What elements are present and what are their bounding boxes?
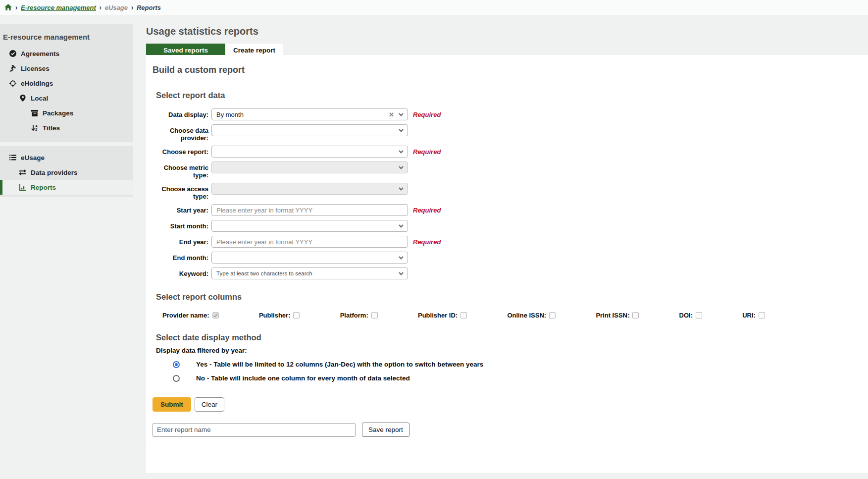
check-circle-icon [9,50,16,57]
breadcrumb-eresource-link[interactable]: E-resource management [21,4,96,11]
doi-checkbox[interactable] [696,312,702,319]
field-label: Choose data provider: [153,124,208,142]
radio-label: No - Table will include one column for e… [196,374,410,382]
checkbox-label: Publisher: [259,312,291,319]
access-type-select [211,183,408,195]
field-label: Choose report: [153,146,208,156]
field-row-end-month: End month: [153,252,868,264]
field-label: Data display: [153,108,208,118]
report-columns-row: Provider name: Publisher: Platform: Publ… [162,312,765,319]
display-data-filtered-label: Display data filtered by year: [156,347,868,354]
sidebar-item-packages[interactable]: Packages [0,106,133,120]
sidebar-item-licenses[interactable]: Licenses [0,61,133,76]
field-row-start-month: Start month: [153,220,868,232]
breadcrumb-reports: Reports [137,4,161,11]
radio-label: Yes - Table will be limited to 12 column… [196,361,483,368]
start-month-select[interactable] [211,220,408,232]
chevron-down-icon [398,148,405,155]
archive-box-icon [31,110,38,116]
breadcrumb-separator: › [100,3,102,11]
sidebar-item-agreements[interactable]: Agreements [0,46,133,61]
data-provider-select[interactable] [211,124,408,136]
select-date-display-heading: Select date display method [156,333,868,342]
keyword-placeholder: Type at least two characters to search [216,270,398,276]
radio-row-yes: Yes - Table will be limited to 12 column… [173,361,868,368]
form-actions: Submit Clear [153,397,868,412]
sidebar-item-data-providers[interactable]: Data providers [0,165,133,180]
provider-name-checkbox [212,312,219,319]
breadcrumb-eusage[interactable]: eUsage [105,4,128,11]
field-row-end-year: End year: Required [153,236,868,248]
sidebar-item-reports[interactable]: Reports [0,180,133,195]
checkbox-label: Publisher ID: [418,312,458,319]
sidebar-item-label: Agreements [21,50,59,57]
field-row-report: Choose report: Required [153,146,868,158]
print-issn-checkbox[interactable] [632,312,639,319]
end-year-input[interactable] [211,236,408,248]
checkbox-item-online-issn: Online ISSN: [507,312,556,319]
metric-type-select [211,161,408,173]
chevron-down-icon [398,254,405,261]
sort-down-icon: AZ [31,124,38,131]
year-filter-yes-radio[interactable] [173,361,180,368]
target-icon [9,80,16,87]
breadcrumb: › E-resource management › eUsage › Repor… [0,0,868,15]
end-month-select[interactable] [211,252,408,264]
report-name-input[interactable] [153,423,356,437]
home-icon[interactable] [4,4,12,11]
sidebar-item-eusage[interactable]: eUsage [0,150,133,165]
start-year-input[interactable] [211,204,408,216]
sidebar-item-local[interactable]: Local [0,91,133,106]
chevron-down-icon [398,270,405,277]
required-label: Required [413,108,441,118]
checkbox-item-uri: URI: [742,312,765,319]
map-pin-icon [19,95,26,102]
sidebar-item-label: Local [31,95,48,102]
radio-row-no: No - Table will include one column for e… [173,374,868,382]
data-display-select[interactable]: By month ✕ [211,108,408,120]
checkbox-label: DOI: [679,312,693,319]
create-report-panel: Build a custom report Select report data… [146,55,868,473]
select-report-data-heading: Select report data [156,91,868,100]
publisher-checkbox[interactable] [293,312,300,319]
submit-button[interactable]: Submit [153,397,191,412]
publisher-id-checkbox[interactable] [460,312,467,319]
checkbox-label: URI: [742,312,756,319]
sidebar-item-label: Reports [31,184,56,191]
checkbox-label: Provider name: [162,312,209,319]
keyword-select[interactable]: Type at least two characters to search [211,267,408,279]
online-issn-checkbox[interactable] [549,312,556,319]
clear-icon[interactable]: ✕ [389,111,394,118]
required-label: Required [413,146,441,156]
field-row-keyword: Keyword: Type at least two characters to… [153,267,868,279]
sidebar-item-titles[interactable]: AZ Titles [0,120,133,135]
field-row-start-year: Start year: Required [153,204,868,216]
uri-checkbox[interactable] [759,312,765,319]
save-report-row: Save report [153,423,868,437]
sidebar-item-label: Licenses [21,65,50,72]
report-select[interactable] [211,146,408,158]
field-row-data-display: Data display: By month ✕ Required [153,108,868,120]
chevron-down-icon [398,111,405,118]
checkbox-item-platform: Platform: [340,312,378,319]
chevron-down-icon [398,127,405,134]
field-label: Start month: [153,220,208,230]
sidebar-item-eholdings[interactable]: eHoldings [0,76,133,91]
breadcrumb-separator: › [131,3,133,11]
required-label: Required [413,236,441,246]
field-label: Keyword: [153,267,208,277]
year-filter-no-radio[interactable] [173,375,180,382]
sidebar-item-label: eHoldings [21,80,53,87]
field-label: Choose metric type: [153,161,208,179]
save-report-button[interactable]: Save report [362,423,409,437]
sidebar-item-label: Data providers [31,169,78,176]
checkbox-label: Platform: [340,312,368,319]
sidebar-item-label: Titles [43,124,60,132]
checkbox-item-print-issn: Print ISSN: [596,312,639,319]
checkbox-item-provider-name: Provider name: [162,312,219,319]
field-label: Choose access type: [153,183,208,200]
field-row-metric-type: Choose metric type: [153,161,868,179]
sidebar: E-resource management Agreements License… [0,15,133,479]
clear-button[interactable]: Clear [195,397,224,412]
platform-checkbox[interactable] [371,312,378,319]
